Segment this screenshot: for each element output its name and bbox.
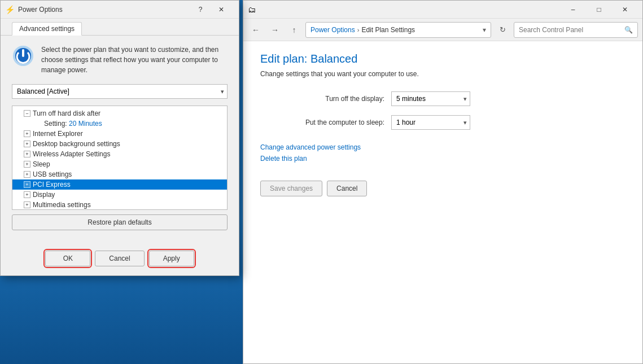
cp-actions: Save changes Cancel [260,181,625,196]
tree-container[interactable]: − Turn off hard disk after Setting: 20 M… [12,106,228,210]
cp-content: Edit plan: Balanced Change settings that… [243,41,642,363]
dialog-plan-dropdown-row: Balanced [Active] Power saver High perfo… [12,84,228,99]
edit-plan-title: Edit plan: Balanced [260,52,625,65]
tree-toggle-hard-disk[interactable]: − [24,110,30,117]
dialog-description: Select the power plan that you want to c… [41,45,228,75]
edit-plan-subtitle: Change settings that you want your compu… [260,70,625,78]
tree-toggle-multimedia[interactable]: + [24,201,30,208]
cp-minimize-button[interactable]: – [560,1,586,19]
cp-breadcrumb-separator: › [357,27,360,33]
sleep-select-wrapper: 1 hour [391,115,470,130]
tree-toggle-desktop[interactable]: + [24,141,30,147]
cp-search-bar[interactable]: 🔍 [514,22,638,38]
cp-address-chevron-icon: ▾ [483,26,486,34]
sleep-setting-label: Put the computer to sleep: [260,119,384,126]
tree-item-sleep[interactable]: + Sleep [12,159,227,169]
dialog-header-row: Select the power plan that you want to c… [12,45,228,75]
plan-select[interactable]: Balanced [Active] Power saver High perfo… [12,84,228,99]
cp-back-button[interactable]: ← [248,22,264,38]
dialog-power-icon: ⚡ [5,5,15,14]
display-setting-row: Turn off the display: 5 minutes [260,91,625,106]
cp-search-icon: 🔍 [624,26,633,34]
tree-label-desktop: Desktop background settings [33,140,120,148]
tree-toggle-usb[interactable]: + [24,171,30,178]
dialog-titlebar: ⚡ Power Options ? ✕ [1,1,239,19]
tree-label-usb: USB settings [33,170,72,178]
tree-item-wireless[interactable]: + Wireless Adapter Settings [12,149,227,159]
ok-button[interactable]: OK [45,251,90,266]
tree-toggle-wireless[interactable]: + [24,151,30,157]
tree-label-wireless: Wireless Adapter Settings [33,150,110,158]
dialog-close-button[interactable]: ✕ [208,2,234,17]
tree-toggle-pci[interactable]: + [24,181,30,188]
display-select-wrapper: 5 minutes [391,91,470,106]
delete-plan-link[interactable]: Delete this plan [260,155,625,163]
advanced-power-settings-link[interactable]: Change advanced power settings [260,143,625,151]
tree-item-desktop-background[interactable]: + Desktop background settings [12,139,227,149]
dialog-content: Select the power plan that you want to c… [1,36,239,246]
tree-toggle-sleep[interactable]: + [24,161,30,168]
tree-label-hard-disk: Turn off hard disk after [33,109,100,117]
cp-window-icon: 🗂 [248,5,256,14]
cp-search-input[interactable] [519,26,622,34]
cp-titlebar-buttons: – □ ✕ [560,1,638,19]
cp-toolbar: ← → ↑ Power Options › Edit Plan Settings… [243,19,642,41]
tree-label-hard-disk-setting: Setting: 20 Minutes [44,120,102,128]
apply-button[interactable]: Apply [149,251,194,266]
save-changes-button[interactable]: Save changes [260,181,322,196]
tree-item-hard-disk-setting[interactable]: Setting: 20 Minutes [12,119,227,129]
cp-breadcrumb-power-options[interactable]: Power Options [310,26,355,34]
tree-label-sleep: Sleep [33,160,50,168]
tree-item-pci-express[interactable]: + PCI Express [12,179,227,190]
tree-label-pci: PCI Express [33,181,71,188]
dialog-tab-bar: Advanced settings [1,19,239,36]
cp-up-button[interactable]: ↑ [286,22,302,38]
dialog-power-icon-large [12,45,34,67]
cp-maximize-button[interactable]: □ [586,1,612,19]
sleep-setting-row: Put the computer to sleep: 1 hour [260,115,625,130]
tree-label-ie: Internet Explorer [33,130,83,138]
tree-toggle-display[interactable]: + [24,191,30,198]
plan-select-wrapper: Balanced [Active] Power saver High perfo… [12,84,228,99]
control-panel-titlebar: 🗂 – □ ✕ [243,1,642,19]
cp-links: Change advanced power settings Delete th… [260,143,625,163]
tree-toggle-ie[interactable]: + [24,130,30,137]
display-setting-select[interactable]: 5 minutes [391,91,470,106]
tree-item-internet-explorer[interactable]: + Internet Explorer [12,129,227,139]
dialog-help-button[interactable]: ? [193,2,208,17]
dialog-cancel-button[interactable]: Cancel [95,251,144,266]
tree-label-multimedia: Multimedia settings [33,201,91,209]
dialog-footer: OK Cancel Apply [1,246,239,275]
cp-address-bar: Power Options › Edit Plan Settings ▾ [305,22,491,38]
cp-refresh-button[interactable]: ↻ [495,22,510,38]
tree-item-display[interactable]: + Display [12,190,227,200]
tree-label-display: Display [33,191,55,199]
cp-close-button[interactable]: ✕ [612,1,638,19]
hard-disk-value: 20 Minutes [69,120,102,128]
cp-breadcrumb-edit-plan: Edit Plan Settings [361,26,415,34]
dialog-title: Power Options [18,6,189,14]
tree-item-multimedia[interactable]: + Multimedia settings [12,200,227,210]
dialog-titlebar-buttons: ? ✕ [193,2,234,17]
sleep-setting-select[interactable]: 1 hour [391,115,470,130]
display-setting-label: Turn off the display: [260,95,384,103]
power-options-dialog: ⚡ Power Options ? ✕ Advanced settings Se… [0,0,239,276]
cancel-button[interactable]: Cancel [327,181,367,196]
restore-plan-defaults-button[interactable]: Restore plan defaults [12,214,228,230]
tree-item-usb[interactable]: + USB settings [12,169,227,179]
tab-advanced-settings[interactable]: Advanced settings [12,22,82,36]
tree-item-hard-disk[interactable]: − Turn off hard disk after [12,108,227,119]
cp-forward-button[interactable]: → [267,22,283,38]
control-panel-window: 🗂 – □ ✕ ← → ↑ Power Options › Edit Plan … [243,0,643,364]
svg-rect-2 [22,49,24,57]
